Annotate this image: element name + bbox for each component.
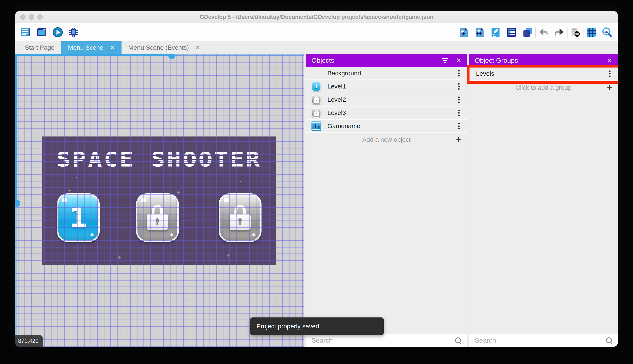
objects-editor-icon xyxy=(458,27,469,38)
objects-panel-close-button[interactable]: ✕ xyxy=(456,57,461,64)
objects-search-input[interactable] xyxy=(311,336,455,344)
level2-object-icon xyxy=(311,94,322,105)
background-object-icon xyxy=(311,68,322,78)
vertical-scrollbar-thumb[interactable] xyxy=(15,200,20,207)
objects-panel-title: Objects xyxy=(311,56,434,64)
add-object-row[interactable]: Add a new object + xyxy=(305,133,467,146)
object-groups-search-input[interactable] xyxy=(474,336,605,344)
star-sparkle: + xyxy=(254,162,257,168)
star-sparkle: + xyxy=(227,252,230,259)
toggle-instances-mask-button[interactable] xyxy=(570,27,580,38)
game-title-text[interactable]: SPACE SHOOTER xyxy=(24,148,294,171)
grid-icon xyxy=(586,27,596,38)
star-dot xyxy=(97,246,98,247)
scene-window-icon xyxy=(37,27,47,38)
horizontal-scrollbar-thumb[interactable] xyxy=(168,54,175,59)
tab-menu-scene-events[interactable]: Menu Scene (Events) ✕ xyxy=(122,41,207,54)
open-properties-button[interactable] xyxy=(490,27,501,38)
vertical-scrollbar-rest[interactable] xyxy=(15,203,17,347)
panel-splitter[interactable] xyxy=(304,54,305,347)
main-toolbar: 1:1 xyxy=(15,23,618,41)
debug-button[interactable] xyxy=(68,27,79,38)
instances-list-icon xyxy=(506,27,517,38)
game-background[interactable]: SPACE SHOOTER + + + + + 1 xyxy=(42,136,276,265)
level1-object-icon: 1 xyxy=(311,81,322,92)
tab-start-page[interactable]: Start Page xyxy=(18,41,61,54)
search-icon xyxy=(605,337,613,344)
gloss-bubble xyxy=(252,233,255,236)
object-menu-button[interactable] xyxy=(456,109,462,117)
tab-menu-scene[interactable]: Menu Scene ✕ xyxy=(61,41,122,54)
star-dot xyxy=(202,216,203,218)
panel-splitter[interactable] xyxy=(467,54,469,347)
object-row-gamename[interactable]: Tx Gamename xyxy=(305,120,467,133)
redo-button[interactable] xyxy=(554,27,565,38)
open-instances-list-button[interactable] xyxy=(506,27,517,38)
toggle-grid-button[interactable] xyxy=(586,27,596,38)
zoom-original-button[interactable]: 1:1 xyxy=(602,27,612,38)
project-manager-button[interactable] xyxy=(21,27,31,38)
window-title: GDevelop 5 - /Users/dkarakay/Documents/G… xyxy=(15,11,618,23)
level1-button-instance[interactable]: 1 xyxy=(57,193,100,242)
add-object-plus-icon[interactable]: + xyxy=(456,135,461,144)
object-row-level3[interactable]: Level3 xyxy=(305,106,467,120)
object-groups-search-bar xyxy=(469,334,618,347)
play-icon xyxy=(53,27,63,38)
toolbar-separator xyxy=(50,27,50,38)
group-row-levels[interactable]: Levels xyxy=(469,67,618,81)
objects-search-bar xyxy=(305,334,467,347)
object-groups-editor-icon xyxy=(474,27,485,38)
object-groups-panel-header: Object Groups ✕ xyxy=(469,54,618,67)
open-layers-button[interactable] xyxy=(522,27,533,38)
open-object-groups-editor-button[interactable] xyxy=(474,27,485,38)
tab-label: Menu Scene xyxy=(68,44,103,51)
toolbar-separator xyxy=(567,27,567,38)
object-name: Gamename xyxy=(328,122,456,130)
gloss-bubble xyxy=(91,233,94,236)
object-name: Level3 xyxy=(328,109,456,116)
toolbar-separator xyxy=(535,27,536,38)
object-menu-button[interactable] xyxy=(456,122,462,130)
vertical-scrollbar-track[interactable] xyxy=(15,54,17,203)
tab-close-icon[interactable]: ✕ xyxy=(195,44,200,51)
level2-button-instance[interactable] xyxy=(136,193,179,242)
object-row-level1[interactable]: 1 Level1 xyxy=(305,80,467,93)
scene-canvas[interactable]: SPACE SHOOTER + + + + + 1 xyxy=(15,54,304,347)
object-name: Level2 xyxy=(328,96,456,103)
object-groups-empty-area xyxy=(469,94,618,334)
star-dot xyxy=(76,177,77,178)
open-objects-editor-button[interactable] xyxy=(458,27,469,38)
properties-icon xyxy=(490,27,501,38)
object-row-level2[interactable]: Level2 xyxy=(305,93,467,106)
add-group-plus-icon[interactable]: + xyxy=(607,83,612,92)
horizontal-scrollbar-rest[interactable] xyxy=(171,54,304,56)
object-groups-panel-close-button[interactable]: ✕ xyxy=(607,57,612,64)
star-sparkle: + xyxy=(118,254,121,261)
tab-label: Menu Scene (Events) xyxy=(128,44,189,51)
search-icon xyxy=(455,337,462,344)
screenshot-root: GDevelop 5 - /Users/dkarakay/Documents/G… xyxy=(0,0,633,364)
object-menu-button[interactable] xyxy=(456,82,462,90)
gloss-bubble xyxy=(62,198,67,202)
debug-icon xyxy=(68,27,79,38)
horizontal-scrollbar-track[interactable] xyxy=(15,54,171,56)
objects-panel: Objects ✕ Background 1 Level1 xyxy=(305,54,467,347)
tab-close-icon[interactable]: ✕ xyxy=(110,44,115,51)
star-sparkle: + xyxy=(177,189,180,196)
open-scene-button[interactable] xyxy=(37,27,47,38)
group-menu-button[interactable] xyxy=(607,70,613,78)
filter-icon xyxy=(441,58,449,63)
object-menu-button[interactable] xyxy=(456,96,462,104)
object-menu-button[interactable] xyxy=(456,69,462,77)
filter-button[interactable] xyxy=(441,58,449,63)
add-group-row[interactable]: Click to add a group + xyxy=(469,81,618,94)
object-row-background[interactable]: Background xyxy=(305,67,467,80)
project-manager-icon xyxy=(21,27,31,38)
level3-button-instance[interactable] xyxy=(219,193,261,242)
undo-button[interactable] xyxy=(538,27,549,38)
object-groups-panel: Object Groups ✕ Levels Click to add a gr… xyxy=(469,54,618,347)
play-button[interactable] xyxy=(53,27,63,38)
level3-object-icon xyxy=(311,108,322,118)
toast-message: Project properly saved xyxy=(256,323,319,330)
lock-icon xyxy=(147,205,168,230)
